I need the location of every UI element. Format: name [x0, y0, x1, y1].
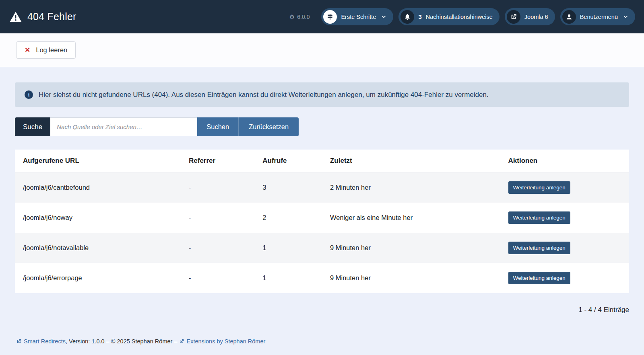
cell-referrer: -	[181, 233, 254, 263]
user-icon	[562, 10, 576, 24]
warning-icon	[10, 11, 22, 23]
joomla-version: ⚙ 6.0.0	[289, 14, 310, 20]
extensions-link[interactable]: Extensions by Stephan Römer	[179, 338, 265, 345]
version-number: 6.0.0	[297, 14, 310, 20]
create-redirect-button[interactable]: Weiterleitung anlegen	[508, 211, 570, 224]
clear-icon: ✕	[25, 47, 30, 53]
cell-last: 9 Minuten her	[322, 233, 500, 263]
alert-text: Hier siehst du nicht gefundene URLs (404…	[39, 91, 489, 99]
table-body: /joomla/j6/cantbefound - 3 2 Minuten her…	[15, 172, 629, 293]
table-row: /joomla/j6/cantbefound - 3 2 Minuten her…	[15, 172, 629, 203]
chevron-down-icon	[622, 14, 628, 19]
page-footer: Smart Redirects , Version: 1.0.0 – © 202…	[0, 338, 644, 345]
col-header-last: Zuletzt	[322, 150, 500, 172]
table-row: /joomla/j6/notavailable - 1 9 Minuten he…	[15, 233, 629, 263]
map-signs-icon	[323, 10, 337, 24]
pagination-info: 1 - 4 / 4 Einträge	[15, 306, 629, 314]
table-head: Aufgerufene URL Referrer Aufrufe Zuletzt…	[15, 150, 629, 172]
footer-text: , Version: 1.0.0 – © 2025 Stephan Römer …	[66, 338, 179, 345]
joomla-site-label: Joomla 6	[524, 14, 548, 20]
search-submit-button[interactable]: Suchen	[197, 117, 238, 136]
extensions-link-label: Extensions by Stephan Römer	[186, 338, 265, 345]
table-header-row: Aufgerufene URL Referrer Aufrufe Zuletzt…	[15, 150, 629, 172]
table-row: /joomla/j6/errorpage - 1 9 Minuten her W…	[15, 263, 629, 293]
cell-referrer: -	[181, 172, 254, 203]
cell-last: Weniger als eine Minute her	[322, 203, 500, 233]
cell-hits: 1	[254, 233, 322, 263]
bell-icon	[400, 10, 414, 24]
info-alert: i Hier siehst du nicht gefundene URLs (4…	[15, 82, 629, 107]
user-menu-label: Benutzermenü	[580, 14, 618, 20]
external-link-icon	[507, 10, 520, 24]
guided-tours-button[interactable]: Erste Schritte	[321, 8, 393, 25]
cell-url: /joomla/j6/cantbefound	[15, 172, 181, 203]
cell-actions: Weiterleitung anlegen	[500, 263, 629, 293]
cell-hits: 1	[254, 263, 322, 293]
header-title-group: 404 Fehler	[10, 11, 76, 23]
notification-count: 3	[418, 13, 421, 20]
search-reset-button[interactable]: Zurücksetzen	[238, 117, 299, 136]
cell-actions: Weiterleitung anlegen	[500, 172, 629, 203]
cell-hits: 3	[254, 172, 322, 203]
chevron-down-icon	[380, 14, 386, 19]
postinstall-label: Nachinstallationshinweise	[426, 14, 493, 20]
create-redirect-button[interactable]: Weiterleitung anlegen	[508, 181, 570, 194]
col-header-hits: Aufrufe	[254, 150, 322, 172]
cell-hits: 2	[254, 203, 322, 233]
page-title: 404 Fehler	[27, 11, 76, 23]
table-row: /joomla/j6/noway - 2 Weniger als eine Mi…	[15, 203, 629, 233]
cell-url: /joomla/j6/notavailable	[15, 233, 181, 263]
cell-referrer: -	[181, 263, 254, 293]
clear-log-button[interactable]: ✕ Log leeren	[16, 41, 76, 59]
cell-actions: Weiterleitung anlegen	[500, 203, 629, 233]
smart-redirects-label: Smart Redirects	[24, 338, 66, 345]
col-header-referrer: Referrer	[181, 150, 254, 172]
cell-last: 2 Minuten her	[322, 172, 500, 203]
main-content: i Hier siehst du nicht gefundene URLs (4…	[0, 67, 644, 314]
joomla-site-button[interactable]: Joomla 6	[505, 8, 555, 25]
create-redirect-button[interactable]: Weiterleitung anlegen	[508, 242, 570, 254]
errors-table: Aufgerufene URL Referrer Aufrufe Zuletzt…	[15, 150, 629, 293]
header-actions: ⚙ 6.0.0 Erste Schritte 3 Nachinstallatio…	[289, 8, 635, 25]
guided-tours-label: Erste Schritte	[341, 14, 376, 20]
col-header-actions: Aktionen	[500, 150, 629, 172]
external-link-icon	[16, 339, 22, 344]
create-redirect-button[interactable]: Weiterleitung anlegen	[508, 272, 570, 284]
clear-log-label: Log leeren	[36, 46, 67, 54]
cell-last: 9 Minuten her	[322, 263, 500, 293]
postinstall-messages-button[interactable]: 3 Nachinstallationshinweise	[398, 8, 499, 25]
search-label: Suche	[15, 117, 50, 136]
admin-header: 404 Fehler ⚙ 6.0.0 Erste Schritte 3 Nach…	[0, 0, 644, 33]
search-bar: Suche Suchen Zurücksetzen	[15, 117, 629, 136]
cell-url: /joomla/j6/errorpage	[15, 263, 181, 293]
info-icon: i	[25, 90, 33, 99]
cell-referrer: -	[181, 203, 254, 233]
search-input[interactable]	[50, 117, 197, 136]
external-link-icon	[179, 339, 184, 344]
col-header-url: Aufgerufene URL	[15, 150, 181, 172]
toolbar: ✕ Log leeren	[0, 33, 644, 67]
smart-redirects-link[interactable]: Smart Redirects	[16, 338, 66, 345]
cell-actions: Weiterleitung anlegen	[500, 233, 629, 263]
user-menu-button[interactable]: Benutzermenü	[560, 8, 635, 25]
version-icon: ⚙	[289, 14, 295, 20]
cell-url: /joomla/j6/noway	[15, 203, 181, 233]
